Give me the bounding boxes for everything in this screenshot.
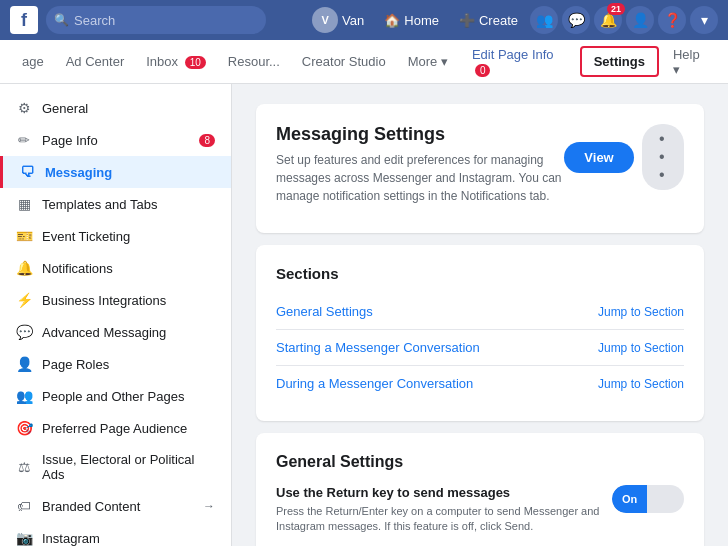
creator-studio-tab[interactable]: Creator Studio — [292, 48, 396, 75]
facebook-logo: f — [10, 6, 38, 34]
sidebar-item-messaging-label: Messaging — [45, 165, 215, 180]
branded-content-icon: 🏷 — [16, 498, 32, 514]
general-settings-title: General Settings — [276, 453, 684, 471]
page-tab[interactable]: age — [12, 48, 54, 75]
home-nav[interactable]: 🏠 Home — [376, 9, 447, 32]
chevron-down-icon: ▾ — [701, 12, 708, 28]
search-wrapper: 🔍 — [46, 6, 266, 34]
sidebar-item-page-roles[interactable]: 👤 Page Roles — [0, 348, 231, 380]
sidebar-item-instagram-label: Instagram — [42, 531, 215, 546]
ad-center-tab[interactable]: Ad Center — [56, 48, 135, 75]
section-link-row-general: General Settings Jump to Section — [276, 294, 684, 330]
sidebar-item-political-ads[interactable]: ⚖ Issue, Electoral or Political Ads — [0, 444, 231, 490]
jump-link-during[interactable]: Jump to Section — [598, 377, 684, 391]
page-info-icon: ✏ — [16, 132, 32, 148]
sidebar-item-people-other-pages[interactable]: 👥 People and Other Pages — [0, 380, 231, 412]
home-label: Home — [404, 13, 439, 28]
return-key-toggle[interactable]: On — [612, 485, 684, 513]
sidebar-item-advanced-messaging[interactable]: 💬 Advanced Messaging — [0, 316, 231, 348]
page-roles-icon: 👤 — [16, 356, 32, 372]
return-key-setting-row: Use the Return key to send messages Pres… — [276, 485, 684, 535]
messenger-glyph: 💬 — [568, 12, 585, 28]
sidebar-item-preferred-audience-label: Preferred Page Audience — [42, 421, 215, 436]
section-link-row-starting: Starting a Messenger Conversation Jump t… — [276, 330, 684, 366]
more-icon[interactable]: ▾ — [690, 6, 718, 34]
search-input[interactable] — [46, 6, 266, 34]
second-navbar: age Ad Center Inbox 10 Resour... Creator… — [0, 40, 728, 84]
friends-icon[interactable]: 👥 — [530, 6, 558, 34]
inbox-badge: 10 — [185, 56, 206, 69]
sidebar-item-people-other-pages-label: People and Other Pages — [42, 389, 215, 404]
sidebar-item-messaging[interactable]: 🗨 Messaging — [0, 156, 231, 188]
sidebar-item-page-info[interactable]: ✏ Page Info 8 — [0, 124, 231, 156]
sidebar-item-branded-content-label: Branded Content — [42, 499, 193, 514]
general-icon: ⚙ — [16, 100, 32, 116]
section-link-general[interactable]: General Settings — [276, 304, 373, 319]
search-icon: 🔍 — [54, 13, 69, 27]
instagram-icon: 📷 — [16, 530, 32, 546]
sidebar-item-branded-content[interactable]: 🏷 Branded Content → — [0, 490, 231, 522]
political-ads-icon: ⚖ — [16, 459, 32, 475]
more-tab[interactable]: More ▾ — [398, 48, 458, 75]
sidebar-item-advanced-messaging-label: Advanced Messaging — [42, 325, 215, 340]
sections-card: Sections General Settings Jump to Sectio… — [256, 245, 704, 421]
messaging-settings-card: Messaging Settings Set up features and e… — [256, 104, 704, 233]
create-nav[interactable]: ➕ Create — [451, 9, 526, 32]
sidebar-item-templates-label: Templates and Tabs — [42, 197, 215, 212]
main-layout: ⚙ General ✏ Page Info 8 🗨 Messaging ▦ Te… — [0, 84, 728, 546]
creator-studio-label: Creator Studio — [302, 54, 386, 69]
help-btn[interactable]: Help ▾ — [663, 41, 716, 83]
jump-link-general[interactable]: Jump to Section — [598, 305, 684, 319]
sidebar: ⚙ General ✏ Page Info 8 🗨 Messaging ▦ Te… — [0, 84, 232, 546]
user-name: Van — [342, 13, 364, 28]
sidebar-item-event-ticketing[interactable]: 🎫 Event Ticketing — [0, 220, 231, 252]
avatar: V — [312, 7, 338, 33]
sidebar-item-business-integrations[interactable]: ⚡ Business Integrations — [0, 284, 231, 316]
content-area: Messaging Settings Set up features and e… — [232, 84, 728, 546]
question-glyph: ❓ — [664, 12, 681, 28]
sidebar-item-templates[interactable]: ▦ Templates and Tabs — [0, 188, 231, 220]
edit-page-info-badge: 0 — [475, 64, 491, 77]
return-key-desc: Press the Return/Enter key on a computer… — [276, 504, 612, 535]
inbox-tab[interactable]: Inbox 10 — [136, 48, 216, 75]
create-label: Create — [479, 13, 518, 28]
user-profile-btn[interactable]: V Van — [304, 3, 372, 37]
view-button[interactable]: View — [564, 142, 633, 173]
business-integrations-icon: ⚡ — [16, 292, 32, 308]
jump-link-starting[interactable]: Jump to Section — [598, 341, 684, 355]
inbox-label: Inbox — [146, 54, 178, 69]
sidebar-item-event-ticketing-label: Event Ticketing — [42, 229, 215, 244]
edit-page-info-btn[interactable]: Edit Page Info 0 — [460, 41, 576, 83]
people-icon[interactable]: 👤 — [626, 6, 654, 34]
sidebar-item-notifications[interactable]: 🔔 Notifications — [0, 252, 231, 284]
edit-page-info-label: Edit Page Info — [472, 47, 554, 62]
section-link-during[interactable]: During a Messenger Conversation — [276, 376, 473, 391]
messenger-icon[interactable]: 💬 — [562, 6, 590, 34]
sidebar-item-notifications-label: Notifications — [42, 261, 215, 276]
sidebar-item-general[interactable]: ⚙ General — [0, 92, 231, 124]
notifications-sidebar-icon: 🔔 — [16, 260, 32, 276]
friends-glyph: 👥 — [536, 12, 553, 28]
create-icon: ➕ — [459, 13, 475, 28]
section-link-row-during: During a Messenger Conversation Jump to … — [276, 366, 684, 401]
preferred-audience-icon: 🎯 — [16, 420, 32, 436]
messaging-header-text: Messaging Settings Set up features and e… — [276, 124, 564, 205]
second-bar-right: Edit Page Info 0 Settings Help ▾ — [460, 41, 716, 83]
notifications-icon[interactable]: 🔔 21 — [594, 6, 622, 34]
settings-label: Settings — [594, 54, 645, 69]
sidebar-item-instagram[interactable]: 📷 Instagram — [0, 522, 231, 546]
toggle-on-label: On — [612, 485, 647, 513]
notification-badge: 21 — [607, 3, 625, 15]
sidebar-item-preferred-audience[interactable]: 🎯 Preferred Page Audience — [0, 412, 231, 444]
messaging-header: Messaging Settings Set up features and e… — [276, 124, 684, 205]
templates-icon: ▦ — [16, 196, 32, 212]
section-link-starting[interactable]: Starting a Messenger Conversation — [276, 340, 480, 355]
messaging-icon: 🗨 — [19, 164, 35, 180]
sidebar-item-page-info-label: Page Info — [42, 133, 189, 148]
settings-btn[interactable]: Settings — [580, 46, 659, 77]
sidebar-item-political-ads-label: Issue, Electoral or Political Ads — [42, 452, 215, 482]
people-glyph: 👤 — [632, 12, 649, 28]
more-options-button[interactable]: • • • — [642, 124, 684, 190]
help-icon[interactable]: ❓ — [658, 6, 686, 34]
resources-tab[interactable]: Resour... — [218, 48, 290, 75]
